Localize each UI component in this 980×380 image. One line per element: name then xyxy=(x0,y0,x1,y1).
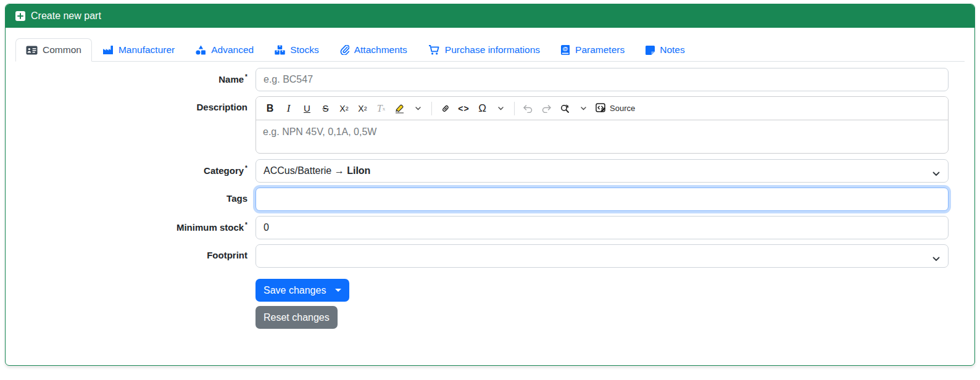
code-button[interactable]: <> xyxy=(455,99,473,117)
redo-icon xyxy=(541,104,552,113)
description-label: Description xyxy=(15,96,247,154)
paperclip-icon xyxy=(340,45,349,55)
required-marker: * xyxy=(245,165,247,171)
tab-common[interactable]: Common xyxy=(15,38,92,62)
tab-label: Stocks xyxy=(290,44,319,56)
tab-purchase-informations[interactable]: Purchase informations xyxy=(418,38,550,62)
tab-label: Purchase informations xyxy=(445,44,540,56)
tab-advanced[interactable]: Advanced xyxy=(185,38,264,62)
caret-down-icon xyxy=(335,289,341,292)
description-editor-area[interactable]: e.g. NPN 45V, 0,1A, 0,5W xyxy=(256,120,948,153)
chevron-down-icon xyxy=(932,168,940,179)
remove-format-button[interactable]: Tx xyxy=(372,99,390,117)
boxes-icon xyxy=(275,45,285,55)
chevron-down-icon xyxy=(415,107,421,110)
tab-manufacturer[interactable]: Manufacturer xyxy=(92,38,185,62)
category-value: ACCus/Batterie → LiIon xyxy=(264,165,370,176)
underline-button[interactable]: U xyxy=(298,99,316,117)
category-label: Category* xyxy=(15,159,247,183)
rich-text-editor: B I U S X2 X2 Tx xyxy=(255,96,949,154)
footprint-row: Footprint xyxy=(15,244,965,268)
bold-button[interactable]: B xyxy=(261,99,279,117)
tab-label: Parameters xyxy=(575,44,625,56)
page-title: Create new part xyxy=(31,10,101,22)
name-label: Name* xyxy=(15,68,247,91)
category-row: Category* ACCus/Batterie → LiIon xyxy=(15,159,965,183)
id-card-icon xyxy=(26,46,38,55)
superscript-button[interactable]: X2 xyxy=(354,99,372,117)
minimum-stock-label: Minimum stock* xyxy=(15,216,247,239)
tab-label: Manufacturer xyxy=(118,44,175,56)
required-marker: * xyxy=(245,221,247,228)
svg-text:@: @ xyxy=(563,46,568,52)
chevron-down-icon xyxy=(932,253,940,264)
factory-icon xyxy=(102,45,114,55)
tab-label: Attachments xyxy=(354,44,407,56)
chevron-down-icon xyxy=(581,107,586,110)
tab-stocks[interactable]: Stocks xyxy=(264,38,330,62)
highlight-button[interactable] xyxy=(391,99,409,117)
shapes-icon xyxy=(196,45,206,55)
undo-icon xyxy=(523,104,533,113)
tab-parameters[interactable]: @ Parameters xyxy=(550,38,635,62)
source-button[interactable]: Source xyxy=(593,99,637,117)
save-changes-button[interactable]: Save changes xyxy=(255,279,349,302)
highlight-dropdown-toggle[interactable] xyxy=(409,99,427,117)
tags-input[interactable] xyxy=(255,188,949,211)
actions-row: Save changes Reset changes xyxy=(15,279,965,329)
card-header: Create new part xyxy=(6,4,974,28)
tab-label: Notes xyxy=(660,44,685,56)
source-label: Source xyxy=(610,104,635,113)
reset-changes-button[interactable]: Reset changes xyxy=(255,306,338,329)
minimum-stock-input[interactable] xyxy=(255,216,949,239)
footprint-label: Footprint xyxy=(15,244,247,268)
create-part-form: Name* Description B I U S X2 X2 Tx xyxy=(15,68,965,329)
find-replace-dropdown-toggle[interactable] xyxy=(575,99,592,117)
book-at-icon: @ xyxy=(561,45,570,55)
description-row: Description B I U S X2 X2 Tx xyxy=(15,96,965,154)
tab-bar: Common Manufacturer Advanced Stocks Atta… xyxy=(15,38,965,62)
chevron-down-icon xyxy=(498,107,504,110)
sticky-note-icon xyxy=(646,46,655,55)
link-button[interactable] xyxy=(436,99,454,117)
minimum-stock-row: Minimum stock* xyxy=(15,216,965,239)
special-characters-dropdown-toggle[interactable] xyxy=(492,99,510,117)
footprint-select[interactable] xyxy=(255,244,949,268)
find-replace-icon xyxy=(560,104,570,114)
subscript-button[interactable]: X2 xyxy=(335,99,353,117)
tags-row: Tags xyxy=(15,188,965,211)
name-row: Name* xyxy=(15,68,965,91)
shopping-cart-icon xyxy=(428,45,440,55)
tags-label: Tags xyxy=(15,188,247,211)
source-code-icon xyxy=(596,103,607,114)
name-input[interactable] xyxy=(255,68,949,91)
create-part-card: Create new part Common Manufacturer Adva… xyxy=(5,4,975,366)
strikethrough-button[interactable]: S xyxy=(317,99,334,117)
plus-square-icon xyxy=(15,11,25,21)
toolbar-separator xyxy=(514,102,515,115)
editor-toolbar: B I U S X2 X2 Tx xyxy=(256,97,948,120)
undo-button[interactable] xyxy=(519,99,537,117)
find-replace-button[interactable] xyxy=(556,99,574,117)
category-select[interactable]: ACCus/Batterie → LiIon xyxy=(255,159,949,183)
highlight-marker-icon xyxy=(394,104,405,114)
italic-button[interactable]: I xyxy=(280,99,297,117)
special-characters-button[interactable]: Ω xyxy=(473,99,491,117)
required-marker: * xyxy=(245,73,247,80)
description-placeholder: e.g. NPN 45V, 0,1A, 0,5W xyxy=(263,126,376,137)
tab-label: Common xyxy=(43,44,81,56)
toolbar-separator xyxy=(431,102,432,115)
link-icon xyxy=(441,104,451,114)
tab-attachments[interactable]: Attachments xyxy=(330,38,418,62)
tab-notes[interactable]: Notes xyxy=(635,38,696,62)
tab-label: Advanced xyxy=(211,44,254,56)
redo-button[interactable] xyxy=(538,99,555,117)
